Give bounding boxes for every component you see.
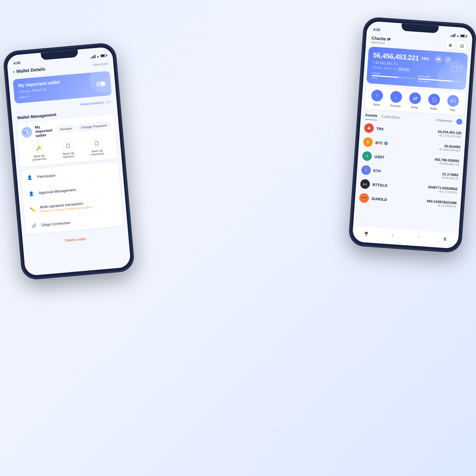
wallet-icon-circle: 💎 (21, 127, 33, 138)
side-button-mute-right (361, 49, 363, 57)
scan-button[interactable]: ⊡ (457, 41, 467, 51)
status-icons-right: ▲ (450, 33, 466, 38)
add-asset-button[interactable]: + (456, 118, 462, 125)
nav-market[interactable]: ◈ (391, 234, 394, 237)
battery-icon-right (460, 34, 466, 38)
backup-mnemonic[interactable]: 📋 Back Up mnemonic (89, 138, 104, 156)
trx-amounts: 34,234,453.126 ≈$ 2,760,842.982 (437, 129, 461, 138)
signal-bars-left (90, 55, 95, 59)
backup-private-key[interactable]: 🔑 Back Up private key (31, 143, 47, 161)
right-phone-screen: 4:20 ▲ Ch (352, 21, 473, 249)
bandwidth-resource: Bandwidth 4000/5000 (418, 75, 462, 85)
approval-icon: 👤 (27, 189, 36, 198)
sig-bar-3 (453, 34, 454, 37)
btc-name: BTC ✓ (375, 140, 439, 149)
energy-resource: Energy 37/60 (371, 71, 415, 82)
menu-item-permission-text: Permission (37, 168, 110, 179)
btc-name-wrap: BTC ✓ (375, 140, 439, 149)
wallet-mgmt-name: My important wallet (35, 124, 54, 138)
receive-button[interactable]: ↓ Receive (390, 91, 402, 108)
battery-fill-right (461, 35, 464, 37)
copy-icon[interactable]: ⧉ (44, 88, 46, 91)
backup-keystore[interactable]: 📋 Back Up keystore (62, 140, 74, 158)
btc-verified-icon: ✓ (384, 141, 388, 145)
sig-bar-4 (454, 34, 455, 37)
signal-bar-4 (94, 55, 95, 58)
swap-button[interactable]: ⇄ Swap (409, 92, 421, 109)
mgmt-buttons: Rename Change Password (56, 122, 111, 133)
tron-logo-decoration: ⊕ (448, 55, 465, 77)
nav-assets[interactable]: 💼 (364, 231, 368, 236)
non-hd-badge: Non-HD (397, 67, 410, 72)
balance-currency: TRX (421, 56, 429, 61)
sig-bar-1 (450, 36, 451, 37)
usdt-name: USDT (374, 154, 435, 163)
backup-section: 🔑 Back Up private key 📋 Back Up keystore… (22, 135, 113, 163)
status-time-right: 4:20 (373, 28, 380, 32)
backup-key-icon: 🔑 (33, 143, 44, 153)
back-arrow-icon: ‹ (13, 69, 15, 75)
side-button-mute (5, 84, 7, 92)
nav-history[interactable]: ↺ (417, 236, 420, 239)
signal-bar-3 (93, 56, 94, 58)
bandwidth-values: 4000/5000 (418, 80, 461, 85)
stake-button[interactable]: ⬡ Stake (428, 93, 440, 111)
header-actions: ⊕ ⊡ (446, 40, 467, 51)
trx-name: TRX (376, 126, 438, 135)
bottom-nav: 💼 ◈ ↺ 👤 (352, 226, 459, 249)
eth-name: ETH (373, 168, 442, 177)
menu-item-dapp-text: DApp Connection (41, 217, 114, 227)
btc-logo: ₿ (363, 137, 373, 147)
usdt-amounts: 602,786.035091 ≈$ 606,000.199 (434, 157, 460, 166)
side-button-volume-down (8, 113, 10, 127)
usdt-logo: ₮ (362, 151, 372, 161)
chevron-icon-permission: › (113, 168, 114, 172)
dapp-icon: 🔗 (29, 221, 39, 230)
bttold-name-wrap: BTTOLD (372, 182, 428, 191)
right-screen-content: 4:20 ▲ Ch (352, 21, 473, 249)
chevron-icon-multisig: › (116, 200, 117, 204)
trx-logo (364, 123, 374, 133)
rename-button[interactable]: Rename (56, 125, 76, 133)
svg-text:BTT: BTT (363, 183, 367, 186)
backup-keystore-icon: 📋 (62, 140, 73, 151)
permission-icon: 👤 (25, 173, 34, 182)
header-title: Wallet Details (16, 66, 45, 74)
preference-button[interactable]: ↕ Preference (434, 118, 452, 123)
chevron-icon-approval: › (114, 184, 116, 188)
left-phone: 4:20 ▲ ‹ Wal (3, 43, 134, 279)
send-button[interactable]: ↑ Send (370, 89, 383, 107)
send-icon: ↑ (371, 89, 383, 102)
side-button-vol-down-right (359, 78, 361, 91)
status-icons-left: ▲ (90, 54, 106, 58)
receive-icon: ↓ (390, 91, 402, 103)
sunold-name-wrap: SUNOLD (371, 196, 427, 205)
change-password-button[interactable]: Change Password (77, 122, 111, 131)
side-button-volume-up (6, 98, 8, 111)
management-card: 💎 My important wallet Rename Change Pass… (17, 115, 117, 167)
svg-text:😎: 😎 (362, 196, 366, 200)
left-screen-content: 4:20 ▲ ‹ Wal (6, 47, 131, 276)
tab-spacer (405, 118, 430, 120)
nav-profile[interactable]: 👤 (443, 237, 446, 241)
tab-assets[interactable]: Assets (365, 111, 378, 120)
multisig-icon: ✏️ (28, 205, 37, 214)
sunold-name: SUNOLD (371, 196, 427, 205)
tab-collectibles[interactable]: Collectibles (381, 112, 401, 122)
side-button-vol-up-right (360, 62, 362, 76)
side-button-power-right (471, 73, 474, 91)
side-button-power (118, 90, 121, 109)
right-phone: 4:20 ▲ Ch (349, 17, 476, 252)
battery-fill (101, 55, 104, 57)
add-wallet-button[interactable]: ⊕ (446, 40, 455, 50)
vote-icon: 🏷 (447, 95, 459, 107)
vote-button[interactable]: 🏷 Vote (447, 95, 459, 112)
back-button[interactable]: ‹ Wallet Details (13, 66, 45, 75)
svg-text:₿: ₿ (367, 140, 369, 144)
sig-bar-2 (452, 35, 452, 37)
usdt-name-wrap: USDT (374, 154, 435, 163)
btc-amounts: 30.810455 ≈$ 1555,934.813 (438, 144, 461, 152)
visibility-toggle[interactable]: 👁 (434, 55, 442, 63)
copy-address-icon[interactable]: ⧉ (394, 67, 396, 70)
sunold-amounts: 692.418878222498 ≈$ 13.5483871 (427, 199, 457, 208)
